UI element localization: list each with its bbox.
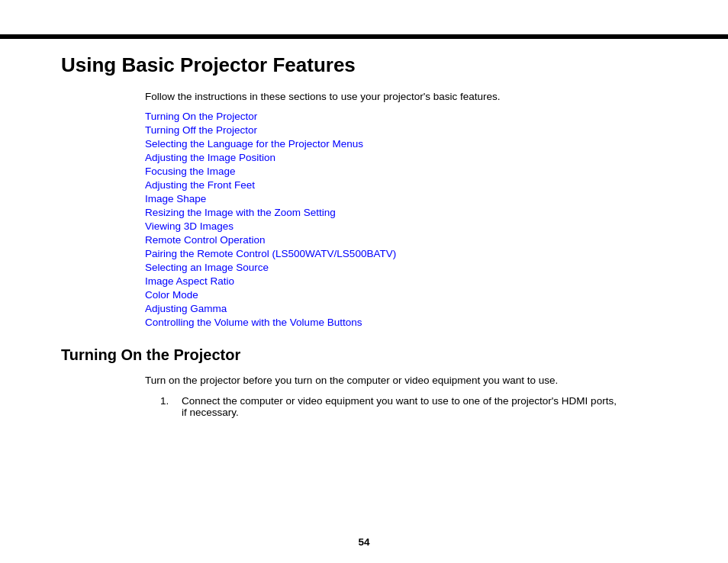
toc-link[interactable]: Selecting the Language for the Projector…	[145, 138, 363, 150]
toc-link[interactable]: Resizing the Image with the Zoom Setting	[145, 207, 336, 218]
toc-link[interactable]: Adjusting the Image Position	[145, 152, 275, 163]
toc-item: Selecting an Image Source	[145, 261, 667, 273]
toc-link[interactable]: Selecting an Image Source	[145, 262, 269, 273]
toc-item: Controlling the Volume with the Volume B…	[145, 316, 667, 328]
list-item: 1.Connect the computer or video equipmen…	[160, 395, 667, 418]
toc-link[interactable]: Focusing the Image	[145, 166, 236, 177]
toc-item: Adjusting the Image Position	[145, 151, 667, 163]
section1-intro: Turn on the projector before you turn on…	[145, 375, 667, 386]
toc-item: Color Mode	[145, 288, 667, 301]
toc-link[interactable]: Pairing the Remote Control (LS500WATV/LS…	[145, 248, 396, 259]
toc-link[interactable]: Viewing 3D Images	[145, 220, 234, 232]
toc-item: Pairing the Remote Control (LS500WATV/LS…	[145, 247, 667, 259]
toc-link[interactable]: Color Mode	[145, 289, 198, 301]
top-rule	[0, 34, 728, 39]
page-footer: 54	[0, 536, 728, 548]
toc-item: Adjusting the Front Feet	[145, 179, 667, 191]
toc-item: Adjusting Gamma	[145, 302, 667, 314]
toc-item: Image Shape	[145, 192, 667, 204]
toc-item: Viewing 3D Images	[145, 220, 667, 232]
toc-link[interactable]: Adjusting Gamma	[145, 303, 227, 314]
toc-item: Selecting the Language for the Projector…	[145, 137, 667, 150]
section1-heading: Turning On the Projector	[61, 346, 667, 364]
toc-link[interactable]: Remote Control Operation	[145, 234, 266, 246]
page-number: 54	[358, 536, 369, 548]
toc-link[interactable]: Image Aspect Ratio	[145, 275, 234, 287]
toc-item: Resizing the Image with the Zoom Setting	[145, 206, 667, 218]
step-number: 1.	[160, 395, 174, 418]
step-text: Connect the computer or video equipment …	[182, 395, 624, 418]
toc-link[interactable]: Image Shape	[145, 193, 206, 204]
toc-list: Turning On the ProjectorTurning Off the …	[145, 110, 667, 328]
section1-steps: 1.Connect the computer or video equipmen…	[160, 395, 667, 418]
page-title: Using Basic Projector Features	[61, 53, 667, 77]
page-content: Using Basic Projector Features Follow th…	[0, 0, 728, 468]
toc-item: Turning Off the Projector	[145, 124, 667, 136]
toc-link[interactable]: Adjusting the Front Feet	[145, 179, 255, 191]
toc-item: Turning On the Projector	[145, 110, 667, 122]
toc-item: Image Aspect Ratio	[145, 275, 667, 287]
toc-link[interactable]: Controlling the Volume with the Volume B…	[145, 317, 362, 328]
toc-item: Focusing the Image	[145, 165, 667, 177]
intro-paragraph: Follow the instructions in these section…	[145, 91, 667, 102]
toc-link[interactable]: Turning On the Projector	[145, 111, 257, 122]
toc-item: Remote Control Operation	[145, 233, 667, 246]
toc-link[interactable]: Turning Off the Projector	[145, 124, 257, 136]
